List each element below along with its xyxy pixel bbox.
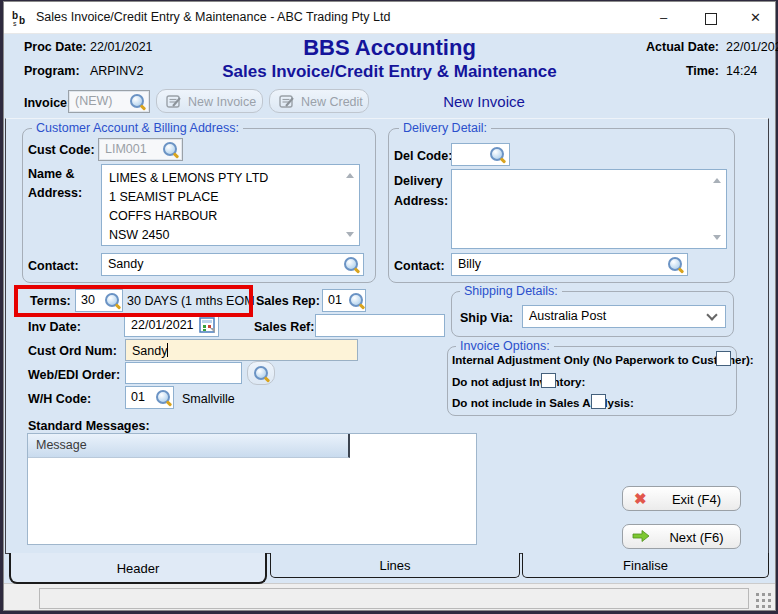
status-bar (4, 583, 775, 610)
sales-rep-field[interactable]: 01 (322, 289, 366, 312)
inv-date-field[interactable]: 22/01/2021 (124, 314, 219, 337)
scroll-down-icon[interactable] (346, 232, 354, 237)
tab-finalise-label: Finalise (623, 558, 668, 573)
search-icon[interactable] (343, 256, 360, 273)
search-icon[interactable] (489, 146, 506, 163)
minimize-button[interactable]: – (641, 2, 686, 33)
tab-header-label: Header (117, 561, 160, 576)
cust-code-field[interactable]: LIM001 (98, 138, 183, 161)
web-edi-order-label: Web/EDI Order: (28, 368, 120, 382)
actual-date-label: Actual Date: (599, 40, 719, 54)
scroll-up-icon[interactable] (346, 173, 354, 178)
mode-text: New Invoice (389, 93, 579, 110)
sales-rep-label: Sales Rep: (256, 294, 320, 308)
search-icon[interactable] (129, 93, 146, 110)
wh-code-label: W/H Code: (28, 392, 91, 406)
billing-address-line: LIMES & LEMONS PTY LTD (109, 169, 339, 188)
new-credit-icon (279, 94, 295, 112)
customer-group-title: Customer Account & Billing Address: (32, 121, 243, 135)
customer-contact-value: Sandy (108, 257, 143, 271)
option-internal-adjustment-checkbox[interactable] (716, 351, 731, 366)
search-icon[interactable] (162, 141, 179, 158)
customer-contact-field[interactable]: Sandy (101, 253, 364, 276)
name-address-label-1: Name & (28, 167, 75, 181)
option-internal-adjustment-label: Internal Adjustment Only (No Paperwork t… (452, 353, 754, 366)
web-edi-lookup-button[interactable] (247, 361, 275, 385)
delivery-address-textarea[interactable] (451, 169, 727, 249)
new-invoice-icon (166, 94, 182, 112)
cust-code-value: LIM001 (105, 142, 147, 156)
search-icon[interactable] (104, 292, 121, 309)
scroll-up-icon[interactable] (713, 178, 721, 183)
cust-ord-num-label: Cust Ord Num: (28, 344, 117, 358)
invoice-number-value: (NEW) (75, 94, 113, 108)
delivery-address-label-2: Address: (394, 194, 448, 208)
scroll-down-icon[interactable] (713, 235, 721, 240)
new-credit-label: New Credit (301, 95, 363, 109)
window-title: Sales Invoice/Credit Entry & Maintenance… (36, 10, 390, 24)
search-icon[interactable] (155, 389, 172, 406)
resize-grip[interactable] (756, 593, 759, 596)
billing-address-line: COFFS HARBOUR (109, 207, 339, 226)
exit-button[interactable]: ✖ Exit (F4) (622, 486, 741, 511)
next-button[interactable]: Next (F6) (622, 524, 741, 549)
billing-address-line: NSW 2450 (109, 226, 339, 245)
time-value: 14:24 (726, 64, 757, 78)
app-icon: b b s (12, 10, 29, 31)
standard-messages-label: Standard Messages: (28, 419, 150, 433)
wh-name: Smallville (182, 392, 235, 406)
chevron-down-icon (706, 309, 717, 320)
status-panel (39, 588, 749, 609)
exit-button-label: Exit (F4) (653, 492, 740, 507)
invoice-options-title: Invoice Options: (456, 339, 554, 353)
web-edi-order-field[interactable] (125, 362, 242, 384)
standard-messages-grid[interactable]: Message (27, 433, 477, 545)
ship-via-value: Australia Post (529, 309, 606, 323)
delivery-contact-value: Billy (458, 257, 481, 271)
tab-finalise[interactable]: Finalise (522, 553, 769, 578)
new-credit-button[interactable]: New Credit (269, 89, 369, 113)
next-arrow-icon (632, 529, 650, 546)
close-button[interactable]: ✕ (733, 2, 778, 33)
billing-address-line: 1 SEAMIST PLACE (109, 188, 339, 207)
sales-ref-label: Sales Ref: (254, 320, 314, 334)
ship-via-dropdown[interactable]: Australia Post (522, 305, 726, 328)
svg-text:b: b (19, 15, 25, 26)
customer-contact-label: Contact: (28, 259, 79, 273)
ship-via-label: Ship Via: (460, 311, 513, 325)
cust-ord-num-value: Sandy (132, 344, 167, 358)
shipping-group-title: Shipping Details: (460, 284, 562, 298)
terms-field[interactable]: 30 (75, 289, 123, 312)
new-invoice-button[interactable]: New Invoice (156, 89, 263, 113)
svg-text:s: s (13, 20, 17, 27)
option-no-inventory-checkbox[interactable] (541, 373, 556, 388)
sales-ref-field[interactable] (315, 314, 445, 337)
tab-lines-label: Lines (379, 558, 410, 573)
search-icon[interactable] (348, 292, 365, 309)
tab-lines[interactable]: Lines (270, 553, 520, 578)
name-address-label-2: Address: (28, 186, 82, 200)
calendar-icon[interactable] (199, 317, 216, 337)
del-code-label: Del Code: (394, 149, 452, 163)
invoice-label: Invoice: (24, 96, 71, 110)
invoice-number-field[interactable]: (NEW) (68, 90, 150, 113)
message-column-header[interactable]: Message (28, 434, 350, 458)
search-icon[interactable] (667, 256, 684, 273)
delivery-contact-field[interactable]: Billy (451, 253, 688, 276)
option-no-sales-analysis-checkbox[interactable] (591, 394, 606, 409)
tab-header[interactable]: Header (9, 553, 267, 584)
del-code-field[interactable] (451, 143, 510, 166)
terms-value: 30 (81, 293, 95, 307)
time-label: Time: (599, 64, 719, 78)
terms-label: Terms: (30, 294, 71, 308)
wh-code-field[interactable]: 01 (125, 386, 174, 409)
billing-address-textarea[interactable]: LIMES & LEMONS PTY LTD 1 SEAMIST PLACE C… (101, 164, 360, 246)
cust-ord-num-field[interactable]: Sandy (125, 339, 358, 361)
maximize-button[interactable] (688, 2, 733, 33)
delivery-contact-label: Contact: (394, 259, 445, 273)
cust-code-label: Cust Code: (28, 143, 95, 157)
actual-date-value: 22/01/2021 (726, 40, 778, 54)
message-column-header-label: Message (36, 438, 87, 452)
sales-rep-value: 01 (328, 293, 342, 307)
delivery-group-title: Delivery Detail: (399, 121, 491, 135)
